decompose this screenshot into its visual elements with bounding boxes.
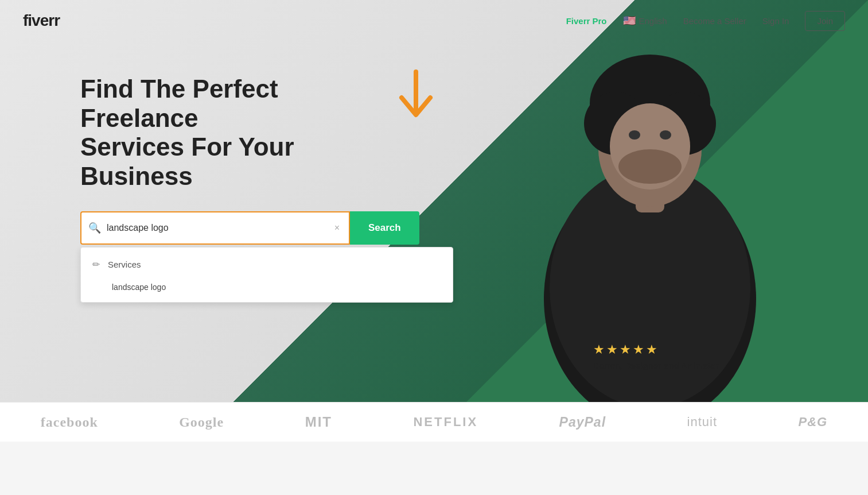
search-dropdown: ✏ Services landscape logo bbox=[80, 247, 453, 303]
svg-point-9 bbox=[660, 130, 671, 140]
brand-intuit: intuit bbox=[687, 415, 717, 430]
brand-google: Google bbox=[179, 415, 224, 430]
brand-mit: MIT bbox=[305, 414, 332, 430]
search-icon: 🔍 bbox=[88, 222, 101, 234]
star-5: ★ bbox=[646, 342, 657, 357]
star-1: ★ bbox=[593, 342, 605, 357]
pencil-icon: ✏ bbox=[92, 259, 100, 270]
svg-point-8 bbox=[629, 130, 640, 140]
star-4: ★ bbox=[633, 342, 644, 357]
brand-facebook: facebook bbox=[41, 415, 98, 430]
brand-paypal: PayPal bbox=[559, 415, 606, 430]
dropdown-category-item[interactable]: ✏ Services bbox=[81, 252, 453, 277]
logo[interactable]: fiverr bbox=[23, 11, 60, 30]
search-row: 🔍 × Search bbox=[80, 211, 459, 245]
reviewer-name: Darren, Designer and Animator bbox=[593, 361, 719, 370]
search-input[interactable] bbox=[107, 223, 332, 233]
language-label: English bbox=[639, 16, 667, 26]
fiverr-pro-link[interactable]: Fiverr Pro bbox=[566, 16, 607, 26]
language-selector[interactable]: 🇺🇸 English bbox=[623, 14, 667, 27]
clear-icon[interactable]: × bbox=[332, 221, 342, 235]
dropdown-suggestion-item[interactable]: landscape logo bbox=[81, 277, 453, 297]
star-3: ★ bbox=[620, 342, 631, 357]
brand-netflix: NETFLIX bbox=[413, 415, 478, 430]
hero-title: Find The Perfect Freelance Services For … bbox=[80, 75, 402, 191]
become-seller-link[interactable]: Become a Seller bbox=[683, 16, 746, 26]
flag-icon: 🇺🇸 bbox=[623, 14, 636, 27]
dropdown-category-label: Services bbox=[108, 260, 141, 269]
hero-section: Find The Perfect Freelance Services For … bbox=[0, 0, 868, 402]
main-nav: Fiverr Pro 🇺🇸 English Become a Seller Si… bbox=[566, 11, 845, 31]
join-button[interactable]: Join bbox=[805, 11, 845, 31]
sign-in-link[interactable]: Sign In bbox=[762, 16, 789, 26]
header: fiverr Fiverr Pro 🇺🇸 English Become a Se… bbox=[0, 0, 868, 41]
star-rating-block: ★ ★ ★ ★ ★ Darren, Designer and Animator bbox=[593, 342, 719, 370]
hero-content: Find The Perfect Freelance Services For … bbox=[80, 75, 459, 245]
search-box: 🔍 × bbox=[80, 211, 350, 245]
search-button[interactable]: Search bbox=[350, 211, 419, 245]
star-2: ★ bbox=[606, 342, 618, 357]
search-container: 🔍 × Search ✏ Services landscape logo bbox=[80, 211, 459, 245]
svg-point-10 bbox=[618, 149, 682, 184]
brand-pg: P&G bbox=[798, 415, 827, 430]
brands-bar: facebook Google MIT NETFLIX PayPal intui… bbox=[0, 402, 868, 442]
stars-container: ★ ★ ★ ★ ★ bbox=[593, 342, 657, 357]
